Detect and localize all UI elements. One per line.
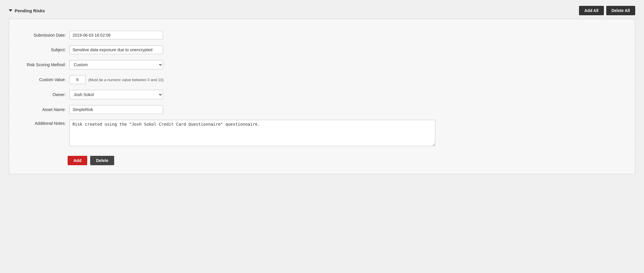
subject-label: Subject: xyxy=(18,42,68,57)
owner-cell: Josh Sokol Admin Test User xyxy=(68,87,626,102)
additional-notes-label: Additional Notes: xyxy=(18,117,68,150)
submission-date-label: Submission Date: xyxy=(18,28,68,42)
submission-date-row: Submission Date: xyxy=(18,28,626,42)
additional-notes-cell xyxy=(68,117,626,150)
custom-value-hint: (Must be a numeric value between 0 and 1… xyxy=(88,78,164,82)
owner-row: Owner: Josh Sokol Admin Test User xyxy=(18,87,626,102)
asset-name-input[interactable] xyxy=(69,105,163,114)
section-title: Pending Risks xyxy=(15,8,45,13)
risk-scoring-method-cell: Custom CVSS DREAD OWASP Contributing Ris… xyxy=(68,57,626,72)
subject-cell xyxy=(68,42,626,57)
custom-value-input[interactable] xyxy=(69,75,85,84)
asset-name-cell xyxy=(68,102,626,117)
asset-name-label: Asset Name: xyxy=(18,102,68,117)
custom-value-wrap: (Must be a numeric value between 0 and 1… xyxy=(69,75,624,84)
header-buttons: Add All Delete All xyxy=(579,6,635,15)
risk-scoring-method-label: Risk Scoring Method: xyxy=(18,57,68,72)
additional-notes-row: Additional Notes: xyxy=(18,117,626,150)
owner-select[interactable]: Josh Sokol Admin Test User xyxy=(69,90,163,99)
form-table: Submission Date: Subject: Risk Scoring M… xyxy=(18,28,626,150)
custom-value-label: Custom Value: xyxy=(18,72,68,87)
subject-input[interactable] xyxy=(69,45,163,54)
custom-value-cell: (Must be a numeric value between 0 and 1… xyxy=(68,72,626,87)
page-container: Pending Risks Add All Delete All Submiss… xyxy=(0,0,644,180)
owner-label: Owner: xyxy=(18,87,68,102)
subject-row: Subject: xyxy=(18,42,626,57)
delete-all-button[interactable]: Delete All xyxy=(606,6,635,15)
asset-name-row: Asset Name: xyxy=(18,102,626,117)
content-box: Submission Date: Subject: Risk Scoring M… xyxy=(9,19,635,174)
delete-button[interactable]: Delete xyxy=(90,156,114,165)
risk-scoring-method-row: Risk Scoring Method: Custom CVSS DREAD O… xyxy=(18,57,626,72)
add-all-button[interactable]: Add All xyxy=(579,6,604,15)
submission-date-cell xyxy=(68,28,626,42)
risk-scoring-method-select[interactable]: Custom CVSS DREAD OWASP Contributing Ris… xyxy=(69,60,163,69)
custom-value-row: Custom Value: (Must be a numeric value b… xyxy=(18,72,626,87)
add-button[interactable]: Add xyxy=(68,156,87,165)
form-actions: Add Delete xyxy=(18,156,626,165)
submission-date-input[interactable] xyxy=(69,31,163,40)
section-header: Pending Risks Add All Delete All xyxy=(9,6,635,15)
collapse-icon[interactable] xyxy=(9,9,12,12)
additional-notes-textarea[interactable] xyxy=(69,120,435,146)
section-title-wrap: Pending Risks xyxy=(9,8,45,13)
